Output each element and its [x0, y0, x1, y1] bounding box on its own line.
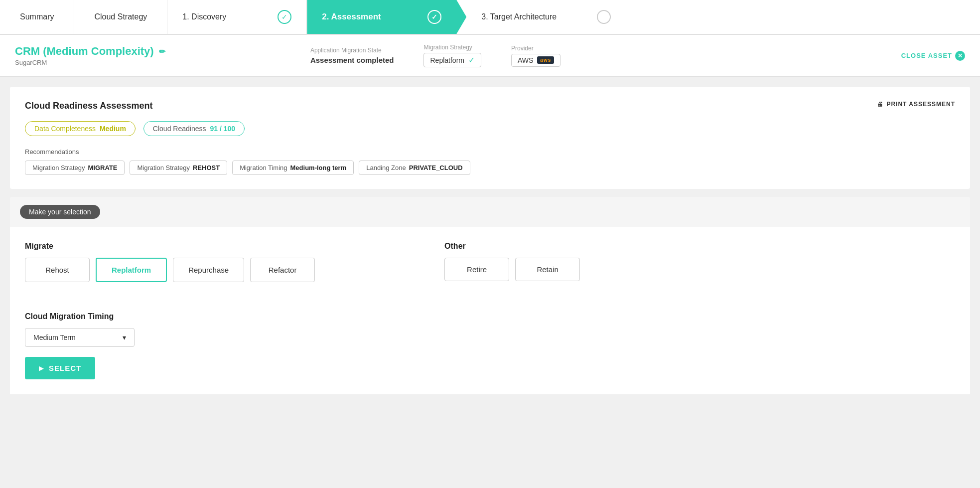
tab-cloud-strategy[interactable]: Cloud Strategy [74, 0, 167, 34]
rec-tag-2: Migration Timing Medium-long term [232, 161, 354, 175]
other-label: Other [444, 242, 580, 251]
badges-row: Data Completeness Medium Cloud Readiness… [25, 121, 955, 136]
option-replatform[interactable]: Replatform [96, 258, 167, 282]
asset-header: CRM (Medium Complexity) ✏ SugarCRM Appli… [0, 35, 980, 77]
option-repurchase[interactable]: Repurchase [173, 258, 244, 282]
select-button[interactable]: ▶ SELECT [25, 357, 95, 379]
close-icon: ✕ [955, 51, 965, 61]
main-content: Cloud Readiness Assessment 🖨 PRINT ASSES… [0, 77, 980, 412]
recommendations-label: Recommendations [25, 148, 955, 156]
discovery-check-icon: ✓ [278, 10, 291, 24]
chevron-down-icon: ▾ [123, 333, 126, 341]
rec-tag-3: Landing Zone PRIVATE_CLOUD [359, 161, 470, 175]
selection-body: Migrate Rehost Replatform Repurchase [10, 227, 970, 394]
asset-title-block: CRM (Medium Complexity) ✏ SugarCRM [15, 45, 310, 66]
make-selection-badge[interactable]: Make your selection [20, 205, 100, 219]
strategy-check-icon: ✓ [468, 55, 475, 65]
selection-section: Make your selection Migrate Rehost [10, 197, 970, 394]
migration-state-group: Application Migration State Assessment c… [310, 47, 394, 64]
provider-group: Provider AWS aws [511, 45, 560, 67]
step-assessment[interactable]: 2. Assessment ✓ [307, 0, 466, 34]
tab-summary[interactable]: Summary [0, 0, 74, 34]
rec-tag-0: Migration Strategy MIGRATE [25, 161, 125, 175]
main-content-wrapper: Cloud Readiness Assessment 🖨 PRINT ASSES… [0, 77, 980, 412]
cloud-readiness-badge: Cloud Readiness 91 / 100 [143, 121, 245, 136]
migration-strategy-badge: Replatform ✓ [423, 53, 481, 67]
migrate-group: Migrate Rehost Replatform Repurchase [25, 242, 315, 297]
recommendation-tags: Migration Strategy MIGRATE Migration Str… [25, 161, 955, 175]
provider-badge: AWS aws [511, 54, 560, 67]
cloud-readiness-card: Cloud Readiness Assessment 🖨 PRINT ASSES… [10, 87, 970, 189]
print-assessment-button[interactable]: 🖨 PRINT ASSESSMENT [877, 101, 955, 108]
cloud-readiness-title: Cloud Readiness Assessment [25, 101, 955, 111]
assessment-check-icon: ✓ [427, 10, 441, 24]
option-refactor[interactable]: Refactor [250, 258, 315, 282]
close-asset-button[interactable]: CLOSE ASSET ✕ [901, 51, 965, 61]
migration-state-value: Assessment completed [310, 56, 394, 64]
printer-icon: 🖨 [877, 101, 883, 108]
asset-title: CRM (Medium Complexity) ✏ [15, 45, 310, 58]
step-discovery[interactable]: 1. Discovery ✓ [167, 0, 307, 34]
migrate-label: Migrate [25, 242, 315, 251]
asset-meta: Application Migration State Assessment c… [310, 44, 901, 67]
other-options-row: Retire Retain [444, 258, 580, 281]
top-navigation: Summary Cloud Strategy 1. Discovery ✓ 2.… [0, 0, 980, 35]
option-rehost[interactable]: Rehost [25, 258, 90, 282]
data-completeness-badge: Data Completeness Medium [25, 121, 136, 136]
asset-subtitle: SugarCRM [15, 59, 310, 66]
timing-label: Cloud Migration Timing [25, 312, 955, 321]
other-group: Other Retire Retain [444, 242, 580, 296]
option-retire[interactable]: Retire [444, 258, 509, 281]
selection-header: Make your selection [10, 197, 970, 227]
migrate-options-row: Rehost Replatform Repurchase Refactor [25, 258, 315, 282]
option-retain[interactable]: Retain [515, 258, 580, 281]
timing-dropdown[interactable]: Medium Term ▾ [25, 328, 135, 347]
cloud-migration-timing-section: Cloud Migration Timing Medium Term ▾ [25, 312, 955, 347]
play-icon: ▶ [39, 365, 44, 372]
migration-strategy-group: Migration Strategy Replatform ✓ [423, 44, 481, 67]
aws-logo: aws [537, 56, 554, 64]
edit-icon[interactable]: ✏ [159, 47, 165, 56]
step-target-architecture[interactable]: 3. Target Architecture [466, 0, 626, 34]
target-architecture-circle-icon [597, 10, 611, 24]
rec-tag-1: Migration Strategy REHOST [130, 161, 227, 175]
